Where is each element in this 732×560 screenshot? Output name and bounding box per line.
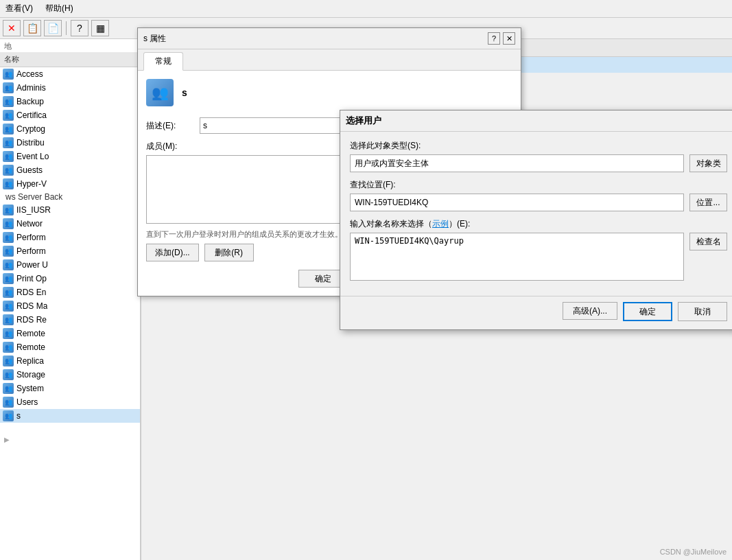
dialog-overlay: s 属性 ? ✕ 常规 👥 s 描述(E): 成员(M): 直到下一次用户登录时… <box>0 0 732 560</box>
object-name-textarea[interactable]: WIN-159TUEDI4KQ\Qayrup <box>350 233 684 281</box>
properties-dialog-title: s 属性 <box>143 33 166 45</box>
properties-dialog-titlebar: s 属性 ? ✕ <box>138 28 521 49</box>
object-name-row: WIN-159TUEDI4KQ\Qayrup 检查名 <box>350 233 727 281</box>
group-big-icon: 👥 <box>146 79 174 106</box>
example-link[interactable]: 示例 <box>432 219 449 229</box>
location-label: 查找位置(F): <box>350 179 727 191</box>
tab-general[interactable]: 常规 <box>143 52 183 71</box>
del-button[interactable]: 删除(R) <box>204 244 254 261</box>
desc-label: 描述(E): <box>146 120 194 132</box>
location-input[interactable] <box>350 194 684 211</box>
dialog-group-name: s <box>182 87 187 98</box>
select-user-dialog: 选择用户 选择此对象类型(S): 对象类 查找位置(F): 位置... 输入对象… <box>340 110 732 330</box>
input-object-label: 输入对象名称来选择（示例）(E): <box>350 218 727 230</box>
object-type-label: 选择此对象类型(S): <box>350 140 727 152</box>
properties-close-btn[interactable]: ✕ <box>503 32 515 45</box>
properties-dialog-tabs: 常规 <box>138 49 521 71</box>
location-button[interactable]: 位置... <box>689 194 727 211</box>
location-row: 位置... <box>350 194 727 211</box>
select-user-footer: 高级(A)... 确定 取消 <box>340 296 732 329</box>
su-ok-button[interactable]: 确定 <box>623 302 672 321</box>
select-user-title: 选择用户 <box>346 115 381 127</box>
object-type-row: 对象类 <box>350 154 727 172</box>
dialog-icon-row: 👥 s <box>146 79 512 106</box>
add-button[interactable]: 添加(D)... <box>146 244 199 261</box>
advanced-button[interactable]: 高级(A)... <box>563 302 617 320</box>
select-user-titlebar: 选择用户 <box>340 110 732 132</box>
su-cancel-button[interactable]: 取消 <box>678 302 727 321</box>
select-user-body: 选择此对象类型(S): 对象类 查找位置(F): 位置... 输入对象名称来选择… <box>340 132 732 296</box>
object-type-input[interactable] <box>350 154 684 172</box>
properties-help-btn[interactable]: ? <box>488 32 500 45</box>
check-name-button[interactable]: 检查名 <box>689 233 727 250</box>
title-controls: ? ✕ <box>488 32 515 45</box>
object-type-button[interactable]: 对象类 <box>689 154 727 172</box>
